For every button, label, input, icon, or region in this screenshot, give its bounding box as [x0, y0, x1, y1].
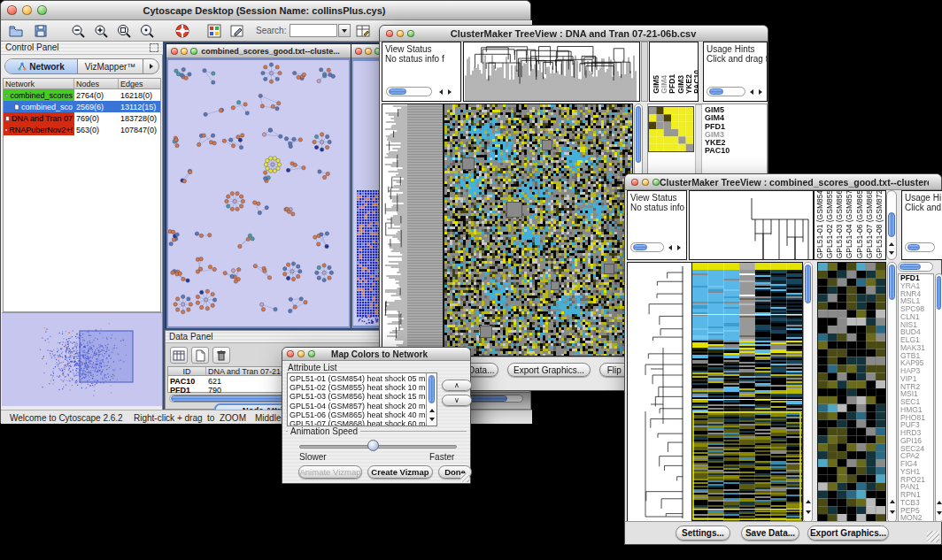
delete-attribute-trash-icon[interactable]: [212, 347, 230, 364]
scroll-left-icon[interactable]: [439, 89, 443, 95]
tv2-heatmap-vscrollbar[interactable]: [803, 262, 813, 523]
help-ring-icon[interactable]: [174, 23, 190, 39]
scroll-down-icon[interactable]: [806, 510, 811, 514]
minimize-button[interactable]: [642, 179, 649, 186]
column-label[interactable]: GPL51-07 (GSM868): [865, 190, 875, 258]
column-label[interactable]: GPL51-08 (GSM872): [875, 190, 884, 258]
row-label[interactable]: PAC10: [705, 147, 758, 155]
network-row-rnapuber[interactable]: RNAPuberNov2+! 563(0) 107847(0): [4, 124, 160, 135]
column-label[interactable]: GPL51-04 (GSM857): [845, 190, 854, 258]
attribute-list-vscrollbar[interactable]: [426, 373, 436, 426]
main-titlebar[interactable]: Cytoscape Desktop (Session Name: collins…: [1, 1, 530, 20]
minimize-button[interactable]: [365, 48, 372, 55]
dialog-titlebar[interactable]: Map Colors to Network: [282, 348, 470, 361]
network-graph-canvas[interactable]: [168, 60, 349, 326]
scrollbar-thumb[interactable]: [429, 375, 435, 403]
move-down-button[interactable]: ∨: [442, 395, 472, 406]
zoom-actual-size-icon[interactable]: [139, 23, 155, 39]
tv2-collabel-vscrollbar[interactable]: [886, 190, 897, 260]
column-label[interactable]: GPL51-03 (GSM856): [835, 190, 845, 258]
column-header-nodes[interactable]: Nodes: [74, 79, 119, 88]
scroll-up-icon[interactable]: [889, 242, 894, 246]
tab-vizmapper[interactable]: VizMapper™: [78, 59, 143, 73]
open-folder-icon[interactable]: [8, 23, 24, 39]
scrollbar-thumb[interactable]: [633, 244, 647, 250]
tv2-column-dendrogram[interactable]: [689, 190, 814, 260]
tab-network[interactable]: Network: [5, 59, 78, 73]
attribute-list-item[interactable]: GPL51-06 (GSM865) heat shock 40 min: [290, 410, 435, 419]
close-button[interactable]: [355, 48, 362, 55]
maximize-button[interactable]: [190, 48, 197, 55]
close-button[interactable]: [7, 5, 17, 15]
close-button[interactable]: [631, 179, 638, 186]
column-header-id[interactable]: ID: [168, 367, 206, 375]
attribute-browser-icon[interactable]: [355, 23, 371, 39]
search-dropdown-button[interactable]: [338, 24, 351, 37]
close-button[interactable]: [386, 30, 393, 37]
tv2-label-vscrollbar[interactable]: [935, 273, 942, 523]
scroll-up-icon[interactable]: [937, 501, 942, 504]
column-label[interactable]: YKE2: [684, 74, 692, 94]
tv1-heatmap[interactable]: [444, 104, 633, 357]
maximize-button[interactable]: [407, 30, 414, 37]
minimize-button[interactable]: [181, 48, 188, 55]
minimize-button[interactable]: [297, 350, 305, 357]
search-input[interactable]: [290, 24, 337, 37]
zoom-in-icon[interactable]: [93, 23, 109, 39]
float-panel-icon[interactable]: [150, 43, 158, 52]
birds-eye-view[interactable]: [2, 312, 162, 406]
column-label[interactable]: GIM5: [652, 75, 660, 94]
scroll-up-icon[interactable]: [429, 409, 435, 412]
attribute-list-item[interactable]: GPL51-01 (GSM854) heat shock 05 min: [290, 374, 435, 383]
save-icon[interactable]: [33, 23, 49, 39]
column-label[interactable]: GPL51-01 (GSM854): [815, 190, 825, 258]
select-attributes-icon[interactable]: [170, 347, 188, 364]
network-window-1-titlebar[interactable]: combined_scores_good.txt--cluste...: [166, 44, 351, 58]
column-label[interactable]: GPL51-02 (GSM855): [825, 190, 835, 258]
column-label[interactable]: GIM4: [660, 75, 668, 94]
animate-vizmap-button[interactable]: Animate Vizmap: [298, 465, 362, 479]
tv1-column-dendrogram[interactable]: [463, 42, 640, 102]
scrollbar-thumb[interactable]: [889, 265, 895, 300]
animation-slider-thumb[interactable]: [367, 440, 379, 451]
close-button[interactable]: [287, 350, 294, 357]
tv2-row-dendrogram[interactable]: [627, 262, 692, 523]
scroll-down-icon[interactable]: [890, 510, 895, 514]
network-row-dna-tran[interactable]: DNA and Tran 07 769(0) 183728(0): [4, 112, 160, 124]
minimize-button[interactable]: [22, 5, 32, 15]
tv2-status-hscrollbar[interactable]: [630, 242, 664, 252]
tv2-zoom-vscrollbar[interactable]: [887, 262, 897, 523]
column-header-network[interactable]: Network: [4, 79, 74, 88]
attribute-list-item[interactable]: GPL51-03 (GSM856) heat shock 15 min: [290, 392, 435, 401]
tv2-save-data-button[interactable]: Save Data...: [741, 525, 799, 541]
scrollbar-thumb[interactable]: [888, 212, 895, 237]
maximize-button[interactable]: [652, 179, 660, 186]
scroll-up-icon[interactable]: [890, 500, 895, 503]
zoom-fit-icon[interactable]: [116, 23, 132, 39]
network-row-combined-sco-selected[interactable]: combined_sco 2569(6) 13112(15): [4, 101, 160, 112]
scrollbar-thumb[interactable]: [389, 88, 406, 95]
scrollbar-thumb[interactable]: [900, 264, 921, 270]
maximize-button[interactable]: [308, 350, 315, 357]
tv1-hints-hscrollbar[interactable]: [706, 87, 745, 96]
maximize-button[interactable]: [37, 5, 47, 15]
resize-grip[interactable]: [927, 531, 939, 542]
scroll-right-icon[interactable]: [677, 245, 681, 250]
scrollbar-thumb[interactable]: [937, 276, 941, 310]
scrollbar-thumb[interactable]: [709, 88, 723, 95]
scrollbar-thumb[interactable]: [805, 265, 811, 303]
scroll-up-icon[interactable]: [806, 500, 811, 503]
network-row-combined-scores[interactable]: combined_scores 2764(0) 16218(0): [4, 89, 160, 101]
create-vizmap-button[interactable]: Create Vizmap: [367, 465, 433, 479]
scroll-right-icon[interactable]: [759, 89, 762, 95]
tv2-heatmap[interactable]: [691, 262, 803, 523]
annotation-edit-icon[interactable]: [229, 23, 245, 39]
column-label[interactable]: GIM3: [676, 75, 684, 94]
tv2-hints-hscrollbar[interactable]: [905, 242, 935, 252]
column-label[interactable]: GPL51-06 (GSM865): [855, 190, 865, 258]
zoom-out-icon[interactable]: [70, 23, 86, 39]
attribute-list-item[interactable]: GPL51-02 (GSM855) heat shock 10 min: [290, 383, 435, 392]
move-up-button[interactable]: ∧: [442, 380, 472, 391]
scrollbar-thumb[interactable]: [636, 106, 641, 163]
scroll-down-icon[interactable]: [429, 418, 435, 421]
